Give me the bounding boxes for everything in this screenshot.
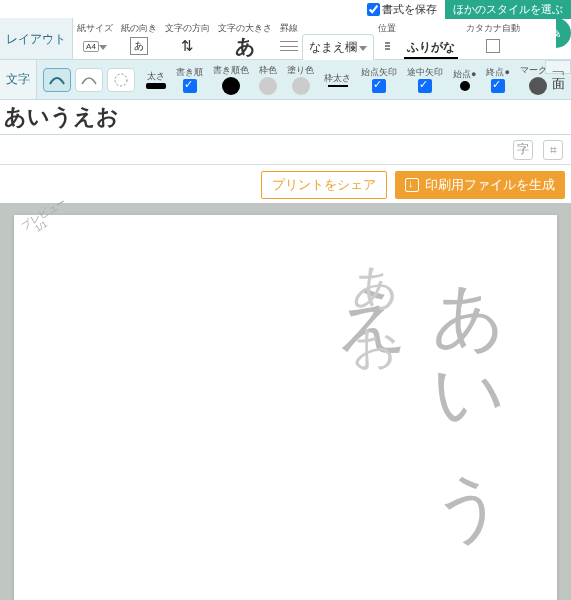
paper-size-value: A4 <box>83 41 99 52</box>
text-size-button[interactable]: 文字の大きさ あ <box>214 22 276 59</box>
color-swatch-icon <box>529 77 547 95</box>
frame-color-button[interactable]: 枠色 <box>254 64 282 95</box>
katakana-auto-label: カタカナ自動 <box>466 24 520 34</box>
color-swatch-icon <box>292 77 310 95</box>
paper-orient-button[interactable]: 紙の向き あ <box>117 22 161 59</box>
stroke-color-label: 書き順色 <box>213 64 249 77</box>
brush-style-3[interactable] <box>107 68 135 92</box>
paper-size-label: 紙サイズ <box>77 24 113 34</box>
color-swatch-icon <box>222 77 240 95</box>
svg-point-0 <box>115 74 127 86</box>
checkbox-checked-icon <box>418 79 432 93</box>
katakana-auto-button[interactable]: カタカナ自動 <box>462 22 524 59</box>
start-arrow-toggle[interactable]: 始点矢印 <box>356 66 402 93</box>
tab-layout[interactable]: レイアウト <box>0 18 73 59</box>
tab-moji[interactable]: 文字 <box>0 60 37 99</box>
text-direction-label: 文字の方向 <box>165 24 210 34</box>
stroke-color-button[interactable]: 書き順色 <box>208 64 254 95</box>
share-button[interactable]: プリントをシェア <box>261 171 387 199</box>
brush-style-1[interactable] <box>43 68 71 92</box>
grid-tool-button[interactable]: ⌗ <box>543 140 563 160</box>
frame-color-label: 枠色 <box>259 64 277 77</box>
brush-icon <box>47 72 67 88</box>
checkbox-checked-icon <box>183 79 197 93</box>
chevron-down-icon <box>99 45 107 50</box>
brush-outline-icon <box>79 72 99 88</box>
checkbox-checked-icon <box>372 79 386 93</box>
tab-furigana[interactable]: ふりがな <box>404 37 458 59</box>
keisen-label: 罫線 <box>280 24 298 34</box>
tab-name-field[interactable]: なまえ欄 <box>302 34 374 60</box>
start-dot-label: 始点● <box>453 68 476 81</box>
chevron-down-icon <box>359 46 367 51</box>
text-direction-icon: ⇅ <box>181 35 194 57</box>
side-panel-toggle[interactable]: 「面 <box>545 60 571 74</box>
thin-line-icon <box>328 85 348 87</box>
stroke-order-toggle[interactable]: 書き順 <box>171 66 208 93</box>
position-button[interactable]: 位置 <box>374 22 400 59</box>
preview-column-2: あお <box>345 233 407 359</box>
thickness-label: 太さ <box>147 70 165 83</box>
position-icon <box>385 42 390 44</box>
fill-color-button[interactable]: 塗り色 <box>282 64 319 95</box>
frame-thickness-button[interactable]: 枠太さ <box>319 72 356 87</box>
paper-orient-icon: あ <box>130 37 148 55</box>
preview-sheet: プレビュー1/1 あいうえ あお <box>14 215 557 600</box>
brush-dotted-icon <box>112 71 130 89</box>
paper-orient-label: 紙の向き <box>121 24 157 34</box>
save-style-checkbox[interactable]: 書式を保存 <box>367 2 441 17</box>
end-dot-toggle[interactable]: 終点● <box>481 66 514 93</box>
save-style-check[interactable] <box>367 3 380 16</box>
choose-style-button[interactable]: ほかのスタイルを選ぶ <box>445 0 571 19</box>
text-size-icon: あ <box>235 33 255 60</box>
save-style-label: 書式を保存 <box>382 2 437 17</box>
paper-size-button[interactable]: 紙サイズ A4 <box>73 22 117 59</box>
keisen-icon <box>280 38 298 54</box>
color-swatch-icon <box>259 77 277 95</box>
generate-print-button[interactable]: 印刷用ファイルを生成 <box>395 171 565 199</box>
dot-icon <box>460 81 470 91</box>
checkbox-checked-icon <box>491 79 505 93</box>
text-input[interactable]: あいうえお <box>0 100 571 135</box>
thickness-button[interactable]: 太さ <box>141 70 171 89</box>
preview-label: プレビュー1/1 <box>20 197 72 240</box>
fill-color-label: 塗り色 <box>287 64 314 77</box>
mid-arrow-toggle[interactable]: 途中矢印 <box>402 66 448 93</box>
keisen-button[interactable]: 罫線 <box>276 22 302 59</box>
position-label: 位置 <box>378 24 396 34</box>
download-icon <box>405 178 419 192</box>
start-dot-toggle[interactable]: 始点● <box>448 68 481 91</box>
text-direction-button[interactable]: 文字の方向 ⇅ <box>161 22 214 59</box>
tab-name-field-label: なまえ欄 <box>309 39 357 56</box>
generate-print-label: 印刷用ファイルを生成 <box>425 176 555 194</box>
char-tool-button[interactable]: 字 <box>513 140 533 160</box>
preview-area: プレビュー1/1 あいうえ あお <box>0 203 571 600</box>
thickness-icon <box>146 83 166 89</box>
brush-style-2[interactable] <box>75 68 103 92</box>
katakana-checkbox-icon <box>486 39 500 53</box>
frame-thickness-label: 枠太さ <box>324 72 351 85</box>
